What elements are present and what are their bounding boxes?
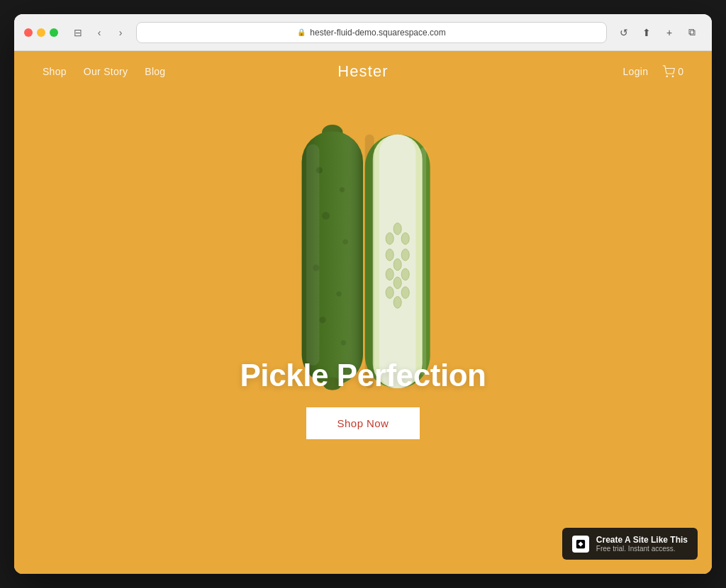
svg-point-0 <box>666 76 668 77</box>
svg-point-11 <box>319 317 325 323</box>
nav-login[interactable]: Login <box>623 66 649 77</box>
browser-window: ⊟ ‹ › 🔒 hester-fluid-demo.squarespace.co… <box>14 14 712 574</box>
svg-point-6 <box>340 187 345 192</box>
maximize-button[interactable] <box>50 28 58 37</box>
svg-point-28 <box>393 297 401 309</box>
svg-rect-3 <box>302 131 363 385</box>
nav-shop[interactable]: Shop <box>43 66 67 77</box>
svg-point-19 <box>393 223 401 235</box>
hero-title: Pickle Perfection <box>14 358 712 393</box>
new-tab-button[interactable]: + <box>659 23 679 43</box>
badge-text: Create A Site Like This Free trial. Inst… <box>596 535 688 553</box>
cart-button[interactable]: 0 <box>662 65 683 78</box>
svg-point-2 <box>322 125 342 140</box>
nav-left: Shop Our Story Blog <box>43 66 165 77</box>
svg-rect-17 <box>379 135 415 388</box>
browser-controls: ⊟ ‹ › <box>69 24 129 41</box>
sidebar-toggle-button[interactable]: ⊟ <box>69 24 86 41</box>
forward-button[interactable]: › <box>112 24 129 41</box>
svg-point-10 <box>336 291 341 296</box>
badge-main-text: Create A Site Like This <box>596 535 688 545</box>
traffic-lights <box>24 28 58 37</box>
website-content: Shop Our Story Blog Hester Login 0 <box>14 51 712 574</box>
svg-rect-16 <box>373 135 423 388</box>
svg-rect-30 <box>365 135 374 388</box>
badge-sub-text: Free trial. Instant access. <box>596 545 688 553</box>
svg-point-23 <box>401 249 409 261</box>
nav-our-story[interactable]: Our Story <box>84 66 128 77</box>
svg-point-20 <box>401 232 409 244</box>
lock-icon: 🔒 <box>297 28 306 36</box>
hero-section: Pickle Perfection Shop Now Create A Site… <box>14 92 712 574</box>
squarespace-badge[interactable]: Create A Site Like This Free trial. Inst… <box>562 528 698 560</box>
nav-blog[interactable]: Blog <box>145 66 165 77</box>
nav-right: Login 0 <box>623 65 683 78</box>
cart-count: 0 <box>678 66 683 77</box>
svg-point-22 <box>393 259 401 271</box>
svg-point-27 <box>386 287 393 299</box>
svg-rect-13 <box>306 145 319 366</box>
share-button[interactable]: ⬆ <box>637 23 657 43</box>
cart-icon <box>662 65 675 78</box>
url-text: hester-fluid-demo.squarespace.com <box>310 28 445 38</box>
nav-center: Hester <box>337 62 388 81</box>
reload-button[interactable]: ↺ <box>614 23 634 43</box>
svg-point-5 <box>316 167 323 174</box>
browser-chrome: ⊟ ‹ › 🔒 hester-fluid-demo.squarespace.co… <box>14 14 712 51</box>
svg-point-1 <box>672 76 674 77</box>
brand-name: Hester <box>337 62 388 80</box>
svg-point-24 <box>386 268 393 281</box>
svg-rect-4 <box>302 131 363 385</box>
hero-content: Pickle Perfection Shop Now <box>14 358 712 439</box>
tile-button[interactable]: ⧉ <box>682 23 702 43</box>
squarespace-logo <box>572 536 589 553</box>
svg-point-9 <box>313 265 319 271</box>
address-bar[interactable]: 🔒 hester-fluid-demo.squarespace.com <box>136 22 607 43</box>
svg-point-29 <box>401 287 409 299</box>
svg-point-8 <box>343 239 348 244</box>
svg-point-12 <box>341 340 346 345</box>
back-button[interactable]: ‹ <box>91 24 108 41</box>
shop-now-button[interactable]: Shop Now <box>306 407 420 439</box>
browser-actions: ↺ ⬆ + ⧉ <box>614 23 702 43</box>
svg-rect-15 <box>365 135 430 388</box>
close-button[interactable] <box>24 28 33 37</box>
svg-rect-31 <box>421 147 426 375</box>
svg-point-26 <box>401 268 409 281</box>
minimize-button[interactable] <box>37 28 45 37</box>
svg-point-21 <box>386 249 393 261</box>
svg-point-18 <box>386 232 393 244</box>
pickles-illustration <box>14 92 712 574</box>
navigation: Shop Our Story Blog Hester Login 0 <box>14 51 712 92</box>
svg-point-7 <box>322 212 330 220</box>
svg-point-25 <box>393 277 401 289</box>
